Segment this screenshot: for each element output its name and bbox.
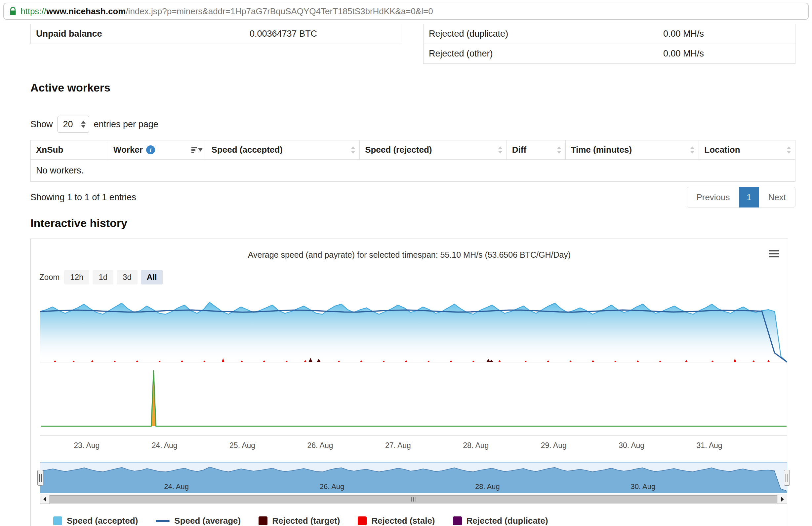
x-axis-label: 31. Aug: [686, 441, 733, 450]
column-label: Speed (accepted): [212, 145, 283, 155]
rejected-speeds-table: Rejected (duplicate) 0.00 MH/s Rejected …: [423, 24, 796, 64]
interactive-history-heading: Interactive history: [30, 217, 127, 230]
scrollbar-thumb[interactable]: [50, 495, 777, 503]
history-chart-panel: Average speed (and payrate) for selected…: [30, 239, 788, 526]
rejected-duplicate-label: Rejected (duplicate): [423, 29, 663, 39]
x-axis-label: 28. Aug: [453, 441, 499, 450]
column-label: Diff: [512, 145, 526, 155]
legend-label: Rejected (target): [272, 516, 340, 526]
workers-table-header: XnSub Worker i Speed (accepted) Speed (r…: [31, 140, 795, 160]
pagination: Previous 1 Next: [687, 187, 796, 208]
x-axis-label: 30. Aug: [608, 441, 655, 450]
address-bar[interactable]: https://www.nicehash.com/index.jsp?p=min…: [3, 3, 809, 20]
entries-label: entries per page: [94, 119, 158, 130]
unpaid-balance-label: Unpaid balance: [31, 29, 250, 39]
navigator-label: 30. Aug: [623, 482, 663, 491]
table-row: Rejected (other) 0.00 MH/s: [423, 44, 795, 63]
zoom-controls: Zoom 12h 1d 3d All: [39, 270, 163, 284]
workers-table: XnSub Worker i Speed (accepted) Speed (r…: [30, 140, 796, 182]
zoom-3d-button[interactable]: 3d: [117, 270, 137, 284]
legend-item-speed-accepted[interactable]: Speed (accepted): [53, 516, 138, 526]
column-label: XnSub: [36, 145, 63, 155]
zoom-all-button[interactable]: All: [141, 270, 163, 284]
table-row: Rejected (duplicate) 0.00 MH/s: [423, 24, 795, 44]
navigator-label: 26. Aug: [312, 482, 352, 491]
entries-per-page-control: Show 20 entries per page: [30, 116, 158, 133]
url-scheme: https://: [20, 6, 46, 16]
active-workers-heading: Active workers: [30, 81, 111, 94]
legend-label: Rejected (duplicate): [466, 516, 548, 526]
navigator-label: 24. Aug: [157, 482, 197, 491]
url-path: /index.jsp?p=miners&addr=1Hp7aG7rBquSAQY…: [126, 6, 433, 16]
zoom-1d-button[interactable]: 1d: [92, 270, 113, 284]
chart-title: Average speed (and payrate) for selected…: [31, 250, 788, 260]
chart-navigator[interactable]: 24. Aug26. Aug28. Aug30. Aug: [40, 462, 787, 493]
legend-label: Speed (accepted): [67, 516, 138, 526]
x-axis-label: 29. Aug: [531, 441, 577, 450]
previous-page-button[interactable]: Previous: [687, 187, 739, 208]
sort-icon: [351, 146, 356, 154]
legend-item-rejected-duplicate[interactable]: Rejected (duplicate): [453, 516, 548, 526]
x-axis-label: 26. Aug: [297, 441, 344, 450]
unpaid-balance-value: 0.00364737 BTC: [250, 29, 402, 39]
navigator-label: 28. Aug: [467, 482, 507, 491]
x-axis-label: 25. Aug: [219, 441, 265, 450]
column-header-speed-accepted[interactable]: Speed (accepted): [206, 140, 360, 160]
chart-scrollbar[interactable]: [40, 495, 787, 504]
legend-swatch: [53, 516, 62, 525]
sort-icon: [557, 146, 561, 154]
sort-icon: [498, 146, 503, 154]
legend-item-speed-average[interactable]: Speed (average): [156, 516, 241, 526]
navigator-right-handle[interactable]: [784, 470, 790, 486]
navigator-left-handle[interactable]: [38, 470, 43, 486]
sort-asc-icon: [191, 147, 203, 153]
url-domain: www.nicehash.com: [46, 6, 126, 16]
chart-legend: Speed (accepted) Speed (average) Rejecte…: [53, 516, 548, 526]
column-header-time[interactable]: Time (minutes): [566, 140, 699, 160]
select-stepper-icon: [81, 121, 86, 128]
column-header-diff[interactable]: Diff: [507, 140, 566, 160]
entries-per-page-select[interactable]: 20: [58, 116, 89, 133]
table-summary: Showing 1 to 1 of 1 entries: [30, 192, 136, 202]
scrollbar-right-arrow[interactable]: [778, 495, 787, 504]
rejected-other-value: 0.00 MH/s: [663, 48, 795, 59]
column-label: Speed (rejected): [365, 145, 432, 155]
scrollbar-left-arrow[interactable]: [40, 495, 49, 504]
sort-icon: [786, 146, 791, 154]
legend-label: Rejected (stale): [371, 516, 435, 526]
x-axis-label: 23. Aug: [63, 441, 110, 450]
rejected-other-label: Rejected (other): [423, 48, 663, 59]
next-page-button[interactable]: Next: [759, 187, 796, 208]
legend-item-rejected-target[interactable]: Rejected (target): [259, 516, 340, 526]
ssl-lock-icon: [9, 6, 16, 16]
legend-swatch: [358, 516, 367, 525]
column-label: Worker: [113, 145, 143, 155]
navigator-axis-labels: 24. Aug26. Aug28. Aug30. Aug: [40, 482, 787, 491]
worker-info-icon[interactable]: i: [146, 145, 155, 154]
legend-line-marker: [156, 520, 170, 522]
page-size-value: 20: [63, 119, 73, 130]
rejected-duplicate-value: 0.00 MH/s: [663, 29, 795, 39]
column-header-xnsub[interactable]: XnSub: [31, 140, 108, 160]
column-label: Time (minutes): [571, 145, 632, 155]
show-label: Show: [30, 119, 53, 130]
x-axis-label: 24. Aug: [142, 441, 188, 450]
balance-table: Unpaid balance 0.00364737 BTC: [30, 24, 402, 44]
zoom-12h-button[interactable]: 12h: [64, 270, 89, 284]
chart-context-menu-icon[interactable]: [769, 250, 779, 257]
browser-chrome: https://www.nicehash.com/index.jsp?p=min…: [0, 0, 812, 23]
empty-table-message: No workers.: [31, 160, 795, 181]
column-header-speed-rejected[interactable]: Speed (rejected): [360, 140, 507, 160]
x-axis-label: 27. Aug: [375, 441, 421, 450]
speed-chart-plot[interactable]: [40, 295, 787, 440]
x-axis-labels: 23. Aug24. Aug25. Aug26. Aug27. Aug28. A…: [31, 441, 788, 451]
column-label: Location: [704, 145, 740, 155]
legend-label: Speed (average): [174, 516, 241, 526]
legend-swatch: [259, 516, 267, 525]
page-number-button[interactable]: 1: [739, 187, 759, 208]
column-header-worker[interactable]: Worker i: [108, 140, 206, 160]
column-header-location[interactable]: Location: [699, 140, 795, 160]
legend-swatch: [453, 516, 462, 525]
zoom-label: Zoom: [39, 273, 59, 282]
legend-item-rejected-stale[interactable]: Rejected (stale): [358, 516, 435, 526]
